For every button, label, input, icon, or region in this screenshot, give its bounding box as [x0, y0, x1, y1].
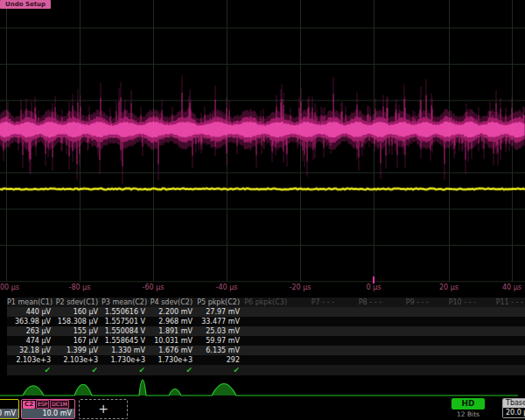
measure-value-cell	[290, 355, 338, 365]
measure-column-header: P11 - - -	[480, 298, 525, 307]
measure-value-cell	[290, 346, 338, 355]
c2-channel-badge: C2	[23, 401, 35, 409]
measure-column-header: P3 mean(C2)	[102, 298, 149, 307]
timebase-title: Tbase	[503, 399, 525, 408]
measure-value-cell: 440 µV	[7, 307, 54, 317]
measure-status-check-icon: ✔	[196, 365, 243, 375]
measure-column[interactable]: P11 - - -	[480, 298, 525, 378]
measure-value-cell	[338, 336, 385, 346]
measure-value-cell: 2.200 mV	[149, 307, 196, 317]
measure-value-cell: 1.550084 V	[102, 326, 149, 336]
measure-value-cell	[385, 326, 432, 336]
axis-tick-label: 0 µs	[367, 284, 382, 291]
measure-status-cell	[243, 365, 290, 375]
measure-value-cell	[338, 346, 385, 355]
measure-value-cell: 1.730e+3	[102, 355, 149, 365]
axis-tick-label: -20 µs	[290, 284, 312, 291]
measure-column[interactable]: P1 mean(C1)440 µV363.98 µV263 µV474 µV32…	[7, 298, 54, 378]
measure-value-cell	[432, 326, 480, 336]
measure-value-cell: 59.97 mV	[196, 336, 243, 346]
measure-value-cell	[338, 307, 385, 317]
measure-value-cell: 158.308 µV	[54, 317, 102, 326]
measure-value-cell: 1.330 mV	[102, 346, 149, 355]
channel-descriptor-c1[interactable]: C1 DC1M 10.0 mV	[0, 399, 19, 419]
timebase-descriptor[interactable]: Tbase 20.0 µs/div	[502, 398, 525, 418]
undo-setup-button[interactable]: Undo Setup	[0, 0, 51, 9]
channel-descriptor-c2[interactable]: C2 ESP DC1M 10.0 mV	[21, 399, 75, 419]
measure-column[interactable]: P7 - - -	[290, 298, 338, 378]
trigger-time-marker[interactable]	[373, 276, 374, 284]
axis-tick-label: -60 µs	[143, 284, 164, 291]
axis-tick-label: -40 µs	[216, 284, 238, 291]
grid-lines	[0, 0, 525, 282]
measure-column[interactable]: P6 pkpk(C3)	[243, 298, 290, 378]
measure-status-cell	[480, 365, 525, 375]
measure-column-header: P9 - - -	[385, 298, 432, 307]
hd-bits-label: 12 Bits	[448, 410, 488, 418]
measure-status-check-icon: ✔	[7, 365, 54, 375]
measure-column-header: P10 - - -	[432, 298, 480, 307]
measure-value-cell: 1.730e+3	[149, 355, 196, 365]
c2-noise-trace-glow	[0, 75, 524, 184]
measure-value-cell: 1.558645 V	[102, 336, 149, 346]
measure-status-cell	[290, 365, 338, 375]
measure-column[interactable]: P2 sdev(C1)160 µV158.308 µV155 µV167 µV1…	[54, 298, 102, 378]
measure-value-cell: 1.676 mV	[149, 346, 196, 355]
measure-value-cell	[385, 317, 432, 326]
add-trace-button[interactable]: +	[79, 399, 128, 419]
measure-value-cell: 155 µV	[54, 326, 102, 336]
c1-trace	[0, 188, 525, 189]
axis-tick-label: -100 µs	[0, 284, 19, 291]
axis-tick-label: 40 µs	[502, 284, 522, 291]
measure-value-cell	[290, 326, 338, 336]
measure-status-cell	[338, 365, 385, 375]
measure-value-cell	[243, 336, 290, 346]
measure-column[interactable]: P5 pkpk(C2)27.97 mV33.477 mV25.03 mV59.9…	[196, 298, 243, 378]
measure-value-cell	[338, 317, 385, 326]
measure-column[interactable]: P3 mean(C2)1.550616 V1.557501 V1.550084 …	[102, 298, 149, 378]
measure-value-cell: 363.98 µV	[7, 317, 54, 326]
measure-value-cell	[480, 326, 525, 336]
measure-status-cell	[385, 365, 432, 375]
measure-value-cell	[432, 307, 480, 317]
measure-value-cell	[290, 336, 338, 346]
measure-value-cell	[385, 307, 432, 317]
measure-value-cell: 167 µV	[54, 336, 102, 346]
histogram-trace	[0, 380, 518, 396]
c1-trace-glow	[0, 188, 525, 189]
measure-value-cell	[480, 346, 525, 355]
axis-tick-label: 20 µs	[439, 284, 458, 291]
axis-tick-label: -80 µs	[69, 284, 91, 291]
measure-status-check-icon: ✔	[149, 365, 196, 375]
measure-column-header: P6 pkpk(C3)	[243, 298, 290, 307]
measure-column[interactable]: P8 - - -	[338, 298, 385, 378]
measure-column-header: P2 sdev(C1)	[54, 298, 102, 307]
measure-column-header: P1 mean(C1)	[7, 298, 54, 307]
measure-value-cell	[432, 336, 480, 346]
measure-value-cell: 263 µV	[7, 326, 54, 336]
c2-esp-badge: ESP	[36, 400, 49, 409]
measure-value-cell	[385, 336, 432, 346]
time-axis: -100 µs-80 µs-60 µs-40 µs-20 µs0 µs20 µs…	[0, 283, 525, 296]
c2-vertical-scale: 10.0 mV	[22, 409, 74, 418]
timebase-value: 20.0 µs/div	[503, 408, 525, 417]
measure-value-cell: 2.103e+3	[54, 355, 102, 365]
measure-column[interactable]: P9 - - -	[385, 298, 432, 378]
oscilloscope-screen: Undo Setup -100 µs-80 µs-60 µs-40 µs-20 …	[0, 0, 525, 420]
measure-value-cell: 292	[196, 355, 243, 365]
c2-noise-trace	[0, 93, 524, 166]
hd-mode-badge[interactable]: HD	[452, 398, 485, 410]
measure-value-cell	[385, 346, 432, 355]
measure-value-cell	[338, 326, 385, 336]
measure-status-check-icon: ✔	[54, 365, 102, 375]
measure-column[interactable]: P4 sdev(C2)2.200 mV2.968 mV1.891 mV10.03…	[149, 298, 196, 378]
measure-column-header: P4 sdev(C2)	[149, 298, 196, 307]
measure-column-header: P5 pkpk(C2)	[196, 298, 243, 307]
measure-column[interactable]: P10 - - -	[432, 298, 480, 378]
measurement-table: P1 mean(C1)440 µV363.98 µV263 µV474 µV32…	[0, 298, 525, 378]
measure-value-cell	[480, 317, 525, 326]
measure-value-cell	[480, 336, 525, 346]
measure-status-check-icon: ✔	[102, 365, 149, 375]
measure-value-cell: 33.477 mV	[196, 317, 243, 326]
measure-column-header: P7 - - -	[290, 298, 338, 307]
